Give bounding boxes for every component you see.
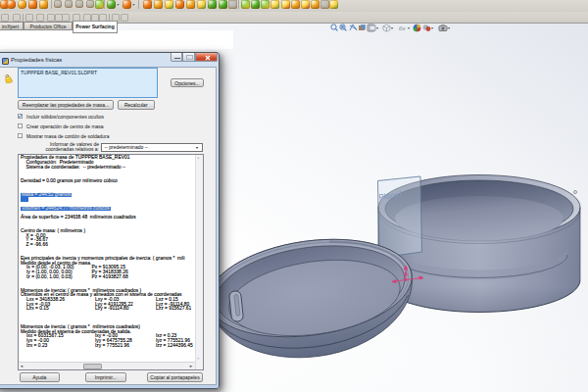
- svg-text:6x: 6x: [399, 24, 407, 32]
